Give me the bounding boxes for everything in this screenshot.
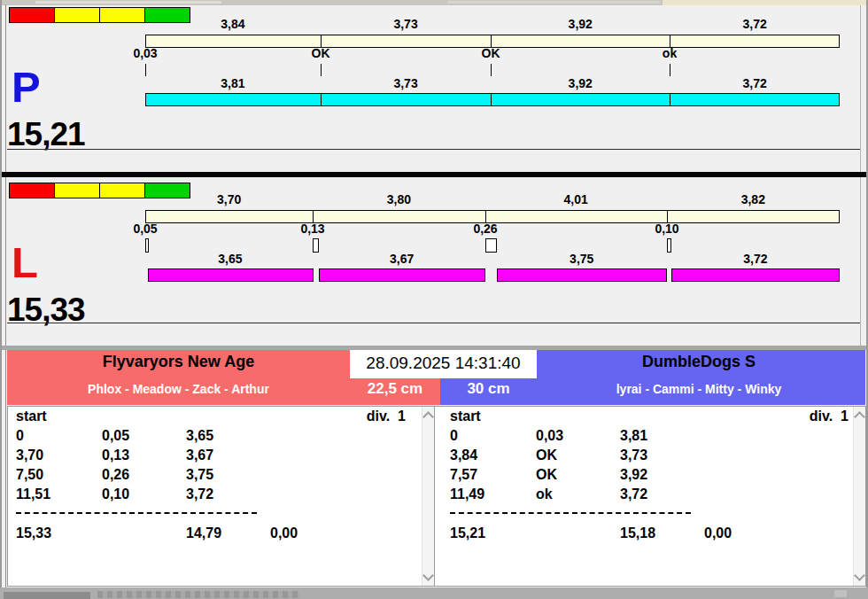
left-table-scrollbar[interactable] [422, 407, 434, 586]
table-header-division: div. 1 [773, 409, 849, 424]
table-cell: ok [536, 487, 553, 502]
table-cell: 3,81 [620, 429, 647, 443]
table-cell: 0,13 [102, 448, 129, 463]
table-cell: 3,73 [620, 448, 647, 463]
table-cell: 0,03 [536, 429, 563, 443]
table-total-time: 15,21 [450, 526, 485, 541]
right-table-scrollbar[interactable] [853, 407, 865, 586]
table-header-division: div. 1 [330, 409, 406, 424]
chevron-up-icon[interactable] [422, 411, 434, 423]
table-cell: 11,49 [450, 487, 484, 502]
table-cell: OK [536, 448, 557, 463]
table-cell: 3,92 [620, 468, 647, 482]
table-cell: OK [536, 468, 557, 482]
chevron-up-icon[interactable] [854, 411, 865, 423]
table-total-penalty: 0,00 [704, 526, 732, 541]
table-cell: 7,57 [450, 468, 477, 482]
table-cell: 11,51 [16, 487, 50, 502]
bottom-strip-text-smudge [97, 591, 299, 598]
table-header-start: start [450, 409, 481, 424]
table-cell: 3,72 [186, 487, 213, 502]
table-cell: 3,70 [16, 448, 43, 463]
bottom-strip-button [4, 592, 90, 599]
tables-canvas: startdiv. 100,053,653,700,133,677,500,26… [0, 0, 868, 599]
table-cell: 3,67 [186, 448, 213, 463]
table-cell: 3,75 [186, 468, 213, 482]
table-cell: 0,26 [102, 468, 129, 482]
table-total-runs: 14,79 [186, 526, 221, 541]
flyball-timer-window: 3,843,733,923,720,03OKOKok3,813,733,923,… [0, 0, 868, 599]
table-cell: 0 [16, 429, 24, 443]
table-cell: 7,50 [16, 468, 43, 482]
table-cell: 0 [450, 429, 458, 443]
table-total-runs: 15,18 [620, 526, 655, 541]
chevron-down-icon[interactable] [422, 570, 434, 581]
table-cell: 3,72 [620, 487, 647, 502]
table-cell: 3,84 [450, 448, 477, 463]
table-header-start: start [16, 409, 47, 424]
table-cell: 3,65 [186, 429, 213, 443]
chevron-down-icon[interactable] [854, 570, 865, 581]
bottom-strip-mark [834, 590, 847, 597]
table-total-time: 15,33 [16, 526, 51, 541]
table-cell: 0,10 [102, 487, 129, 502]
table-cell: 0,05 [102, 429, 129, 443]
table-dashed-separator [16, 512, 257, 514]
table-dashed-separator [450, 512, 691, 514]
table-total-penalty: 0,00 [270, 526, 298, 541]
